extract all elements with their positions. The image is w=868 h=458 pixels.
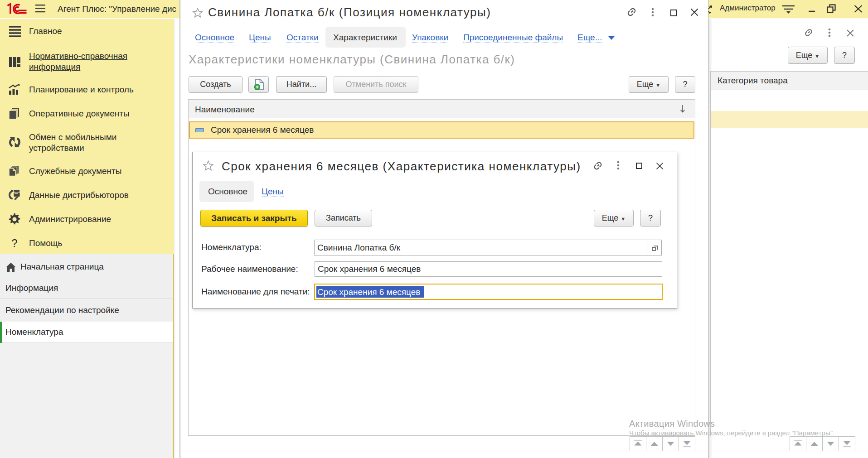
svg-text:?: ? [11,237,17,249]
